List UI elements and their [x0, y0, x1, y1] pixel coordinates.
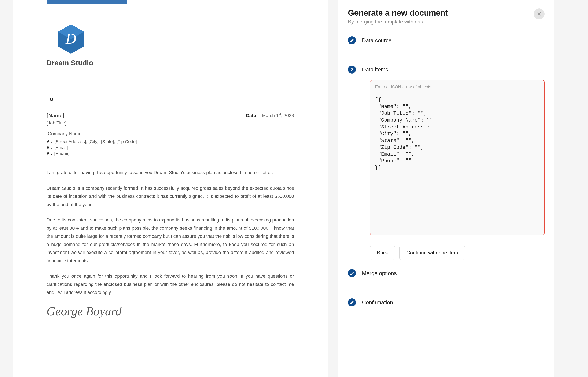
step-complete-icon [348, 36, 356, 44]
logo-area: D Dream Studio [47, 23, 294, 67]
email-value: [Email] [54, 145, 68, 150]
company-name: Dream Studio [47, 59, 294, 67]
paragraph-1: I am grateful for having this opportunit… [47, 169, 294, 177]
date-block: Date : March 1st, 2023 [246, 113, 294, 118]
step-merge-options[interactable]: Merge options [348, 269, 545, 277]
step-data-source[interactable]: Data source [348, 36, 545, 44]
textarea-hint: Enter a JSON array of objects [375, 84, 539, 90]
to-label: TO [47, 96, 294, 102]
address-value: [Street Address], [City], [State], [Zip … [54, 139, 137, 144]
step-label: Data source [362, 36, 392, 44]
step-label: Merge options [362, 269, 397, 277]
panel-title: Generate a new document [348, 9, 448, 18]
step-label: Data items [362, 66, 545, 73]
step-pending-icon [348, 269, 356, 277]
recipient-name: [Name] [47, 113, 64, 118]
step-content: Enter a JSON array of objects [{ "Name":… [370, 80, 545, 260]
paragraph-4: Thank you once again for this opportunit… [47, 272, 294, 297]
step-confirmation[interactable]: Confirmation [348, 298, 545, 306]
email-line: E : [Email] [47, 145, 294, 150]
step-label: Confirmation [362, 298, 393, 306]
paragraph-2: Dream Studio is a company recently forme… [47, 184, 294, 209]
date-month: March 1 [262, 113, 279, 118]
company-name-field: [Company Name] [47, 131, 294, 137]
header-accent-bar [47, 0, 127, 4]
generate-document-panel: Generate a new document By merging the t… [338, 0, 554, 377]
close-button[interactable] [534, 9, 545, 19]
recipient-row: [Name] Date : March 1st, 2023 [47, 113, 294, 118]
step-pending-icon [348, 298, 356, 306]
step-data-items: 2 Data items Enter a JSON array of objec… [348, 66, 545, 269]
panel-header: Generate a new document By merging the t… [348, 9, 545, 25]
address-label: A : [47, 139, 52, 144]
date-year: , 2023 [281, 113, 294, 118]
svg-text:D: D [65, 30, 76, 47]
json-content: [{ "Name": "", "Job Title": "", "Company… [375, 91, 539, 171]
phone-line: P : [Phone] [47, 151, 294, 156]
panel-subtitle: By merging the template with data [348, 19, 448, 25]
paragraph-3: Due to its consistent successes, the com… [47, 216, 294, 265]
phone-value: [Phone] [54, 151, 69, 156]
company-logo-icon: D [57, 23, 85, 55]
close-icon [537, 12, 542, 16]
step-number-badge: 2 [348, 66, 356, 73]
date-ordinal: st [279, 113, 281, 116]
email-label: E : [47, 145, 52, 150]
json-input-wrapper: Enter a JSON array of objects [{ "Name":… [370, 80, 545, 235]
document-content: D Dream Studio TO [Name] Date : March 1s… [13, 0, 328, 335]
address-line: A : [Street Address], [City], [State], [… [47, 139, 294, 144]
phone-label: P : [47, 151, 52, 156]
json-textarea[interactable]: Enter a JSON array of objects [{ "Name":… [370, 80, 545, 235]
job-title: [Job Title] [47, 120, 294, 126]
continue-button[interactable]: Continue with one item [399, 246, 465, 260]
signature: George Boyard [47, 304, 294, 318]
date-label: Date : [246, 113, 259, 118]
letter-body: I am grateful for having this opportunit… [47, 169, 294, 297]
button-row: Back Continue with one item [370, 246, 545, 260]
steps-list: Data source 2 Data items Enter a JSON ar… [348, 36, 545, 306]
document-preview: D Dream Studio TO [Name] Date : March 1s… [13, 0, 328, 377]
back-button[interactable]: Back [370, 246, 395, 260]
